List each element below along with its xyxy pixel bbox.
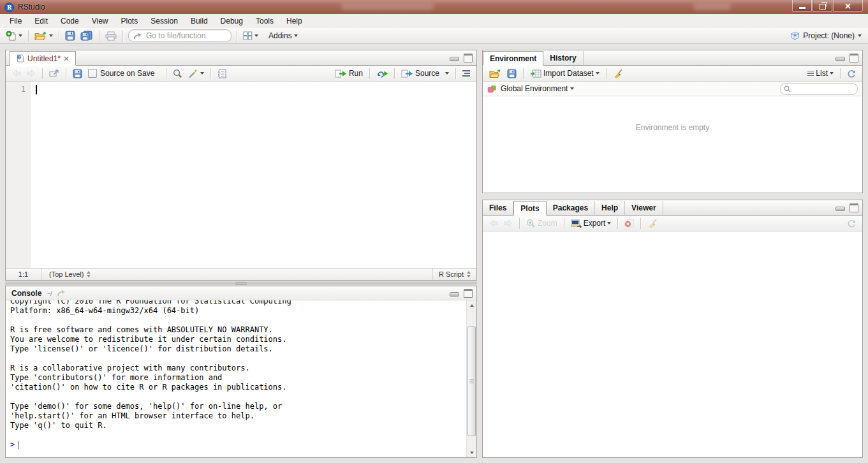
clear-all-plots-button[interactable] (645, 217, 659, 230)
tab-viewer[interactable]: Viewer (625, 201, 663, 215)
code-editor[interactable]: 1 (6, 82, 476, 268)
refresh-plots-button[interactable] (845, 218, 858, 229)
source-on-save-checkbox[interactable]: Source on Save (86, 68, 156, 79)
remove-plot-button[interactable] (622, 217, 636, 229)
maximize-pane-icon[interactable] (464, 54, 473, 62)
environment-search-input[interactable] (793, 84, 854, 93)
minimize-window-button[interactable] (792, 0, 812, 12)
run-button[interactable]: Run (333, 68, 365, 79)
next-plot-button[interactable] (502, 218, 515, 228)
project-label: Project: (None) (803, 31, 855, 40)
menu-file[interactable]: File (3, 14, 28, 28)
save-icon (73, 69, 82, 78)
document-outline-button[interactable] (460, 69, 472, 78)
close-tab-icon[interactable] (64, 56, 69, 61)
global-environment-icon (487, 85, 497, 93)
menu-tools[interactable]: Tools (249, 14, 280, 28)
checkbox-icon[interactable] (88, 69, 97, 78)
source-run-icon (401, 70, 413, 78)
save-source-button[interactable] (71, 68, 84, 80)
import-dataset-label: Import Dataset (543, 69, 594, 78)
rerun-button[interactable] (374, 68, 390, 79)
show-in-new-window-button[interactable] (47, 68, 61, 79)
menu-build[interactable]: Build (184, 14, 214, 28)
restore-window-button[interactable] (813, 0, 832, 12)
run-label: Run (349, 69, 363, 78)
save-button[interactable] (63, 29, 77, 42)
tab-history[interactable]: History (543, 51, 583, 65)
tab-packages[interactable]: Packages (547, 201, 595, 215)
tab-untitled1[interactable]: R Untitled1* (10, 51, 76, 66)
maximize-pane-icon[interactable] (464, 289, 473, 298)
addins-button[interactable]: Addins (267, 30, 300, 41)
menu-help[interactable]: Help (280, 14, 309, 28)
goto-file-input[interactable] (145, 31, 226, 41)
tab-help[interactable]: Help (595, 201, 625, 215)
tab-environment[interactable]: Environment (483, 51, 543, 66)
source-label: Source (415, 69, 439, 78)
export-label: Export (584, 219, 606, 228)
menu-session[interactable]: Session (144, 14, 184, 28)
code-tools-button[interactable] (186, 68, 206, 80)
tab-plots[interactable]: Plots (513, 201, 546, 216)
separator (59, 31, 59, 41)
scroll-thumb[interactable] (467, 327, 476, 436)
new-file-button[interactable] (4, 29, 24, 43)
environment-scope-selector[interactable]: Global Environment (501, 84, 574, 93)
import-dataset-button[interactable]: Import Dataset (528, 68, 601, 79)
close-window-button[interactable] (833, 0, 863, 12)
minimize-pane-icon[interactable] (835, 57, 845, 61)
save-all-button[interactable] (78, 29, 95, 42)
open-file-button[interactable] (33, 30, 55, 42)
compile-report-button[interactable] (216, 68, 228, 80)
menu-plots[interactable]: Plots (115, 14, 145, 28)
project-menu-button[interactable]: R Project: (None) (788, 30, 864, 41)
zoom-plot-button[interactable]: Zoom (524, 217, 559, 229)
tab-files[interactable]: Files (483, 201, 513, 215)
console-popout-icon[interactable] (57, 290, 65, 297)
minimize-pane-icon[interactable] (835, 207, 845, 211)
export-plot-button[interactable]: Export (569, 217, 614, 229)
main-toolbar: Addins R Project: (None) (0, 28, 868, 44)
maximize-pane-icon[interactable] (850, 203, 858, 212)
scroll-track[interactable] (467, 310, 476, 448)
forward-button[interactable] (25, 68, 38, 78)
scroll-down-arrow[interactable] (467, 448, 476, 457)
environment-empty-message: Environment is empty (483, 96, 862, 132)
find-replace-button[interactable] (171, 68, 184, 80)
load-workspace-button[interactable] (487, 68, 503, 80)
print-button[interactable] (103, 30, 119, 42)
console-line: 'help.start()' for an HTML browser inter… (10, 411, 466, 421)
console-output[interactable]: Copyright (C) 2016 The R Foundation for … (6, 297, 466, 457)
menu-code[interactable]: Code (54, 14, 85, 28)
menu-edit[interactable]: Edit (28, 14, 54, 28)
plots-pane: Files Plots Packages Help Viewer (482, 200, 863, 458)
forward-arrow-icon (504, 219, 513, 227)
previous-plot-button[interactable] (487, 218, 500, 228)
menu-debug[interactable]: Debug (214, 14, 249, 28)
console-scrollbar[interactable] (466, 300, 476, 457)
list-view-button[interactable]: List (805, 68, 835, 79)
menu-view[interactable]: View (85, 14, 115, 28)
environment-search[interactable] (780, 83, 858, 95)
source-button[interactable]: Source (399, 68, 451, 79)
line-number: 1 (6, 84, 26, 94)
file-type-selector[interactable]: R Script (432, 268, 476, 280)
scroll-up-arrow[interactable] (467, 300, 476, 310)
save-workspace-button[interactable] (505, 68, 519, 80)
console-prompt-row[interactable]: > (10, 440, 466, 450)
tab-title: Untitled1* (27, 54, 61, 63)
maximize-pane-icon[interactable] (850, 54, 858, 62)
horizontal-splitter[interactable] (5, 281, 477, 286)
editor-text-area[interactable] (31, 82, 476, 268)
minimize-pane-icon[interactable] (450, 292, 459, 297)
refresh-environment-button[interactable] (845, 68, 858, 79)
goto-file-search[interactable] (128, 29, 232, 42)
clear-environment-button[interactable] (611, 68, 625, 80)
minimize-pane-icon[interactable] (450, 57, 459, 61)
scope-selector[interactable]: (Top Level) (41, 268, 98, 280)
separator (394, 68, 395, 79)
pane-layout-button[interactable] (241, 30, 260, 41)
back-button[interactable] (10, 68, 23, 78)
separator (369, 68, 370, 79)
